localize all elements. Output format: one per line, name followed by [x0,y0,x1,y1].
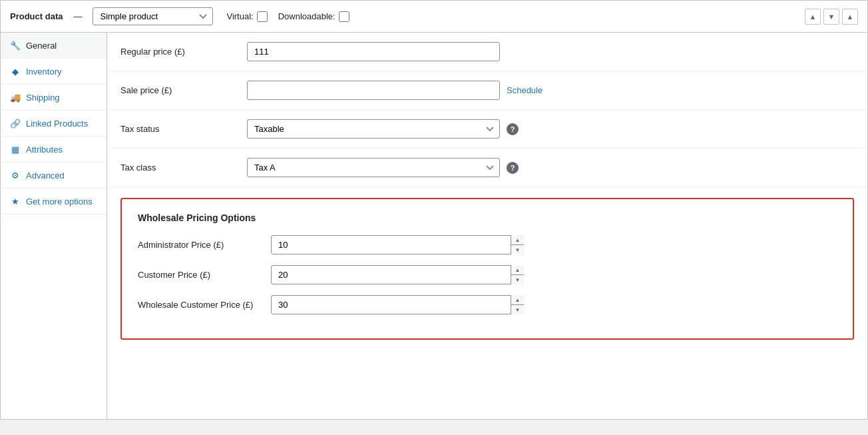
collapse-toggle-button[interactable]: ▲ [842,9,858,25]
virtual-checkbox-label: Virtual: [226,11,267,22]
header-arrows: ▲ ▼ ▲ [805,9,858,25]
tax-status-label: Tax status [120,124,247,134]
sale-price-label: Sale price (£) [120,85,247,95]
schedule-link[interactable]: Schedule [507,85,542,95]
star-icon: ★ [10,196,21,207]
sidebar-label-inventory: Inventory [26,67,61,77]
sale-price-input[interactable] [247,81,500,100]
sidebar-label-get-more-options: Get more options [26,197,93,207]
product-type-select[interactable]: Simple product Variable product Grouped … [93,7,213,25]
panel-title: Product data [10,11,63,21]
sale-price-row: Sale price (£) Schedule [107,71,867,110]
sidebar-label-advanced: Advanced [26,171,65,181]
customer-price-spinner: ▲ ▼ [511,265,524,284]
customer-price-up-button[interactable]: ▲ [511,265,524,275]
virtual-label: Virtual: [226,11,253,21]
tax-class-select[interactable]: Standard Reduced rate Zero rate Tax A [247,158,500,177]
collapse-up-button[interactable]: ▲ [805,9,821,25]
customer-price-label: Customer Price (£) [138,270,271,280]
tax-class-field: Standard Reduced rate Zero rate Tax A ? [247,158,854,177]
admin-price-down-button[interactable]: ▼ [511,245,524,254]
collapse-down-button[interactable]: ▼ [823,9,839,25]
downloadable-checkbox[interactable] [339,11,349,22]
truck-icon: 🚚 [10,92,21,103]
customer-price-wrap: ▲ ▼ [271,265,524,284]
downloadable-label: Downloadable: [278,11,335,21]
tax-status-field: Taxable Shipping only None ? [247,119,854,139]
wholesale-customer-price-input[interactable] [271,295,524,314]
sidebar: 🔧 General ◆ Inventory 🚚 Shipping 🔗 Linke… [1,33,107,419]
sidebar-item-inventory[interactable]: ◆ Inventory [1,59,107,85]
grid-icon: ▦ [10,144,21,155]
tax-class-row: Tax class Standard Reduced rate Zero rat… [107,149,867,187]
tax-class-label: Tax class [120,163,247,173]
regular-price-input[interactable] [247,42,500,61]
customer-price-input[interactable] [271,265,524,284]
virtual-checkbox[interactable] [257,11,268,22]
admin-price-wrap: ▲ ▼ [271,235,524,254]
panel-header: Product data — Simple product Variable p… [1,1,867,33]
wholesale-section-title: Wholesale Pricing Options [138,213,837,223]
customer-price-down-button[interactable]: ▼ [511,275,524,284]
admin-price-label: Administrator Price (£) [138,240,271,250]
sidebar-item-advanced[interactable]: ⚙ Advanced [1,163,107,189]
header-checkboxes: Virtual: Downloadable: [226,11,349,22]
customer-price-row: Customer Price (£) ▲ ▼ [138,265,837,284]
sidebar-item-shipping[interactable]: 🚚 Shipping [1,85,107,111]
panel-dash: — [73,11,82,21]
regular-price-field [247,42,854,61]
sale-price-field: Schedule [247,81,854,100]
tax-status-row: Tax status Taxable Shipping only None ? [107,110,867,149]
content-area: Regular price (£) Sale price (£) Schedul… [107,33,867,419]
link-icon: 🔗 [10,118,21,129]
regular-price-label: Regular price (£) [120,47,247,57]
sidebar-item-get-more-options[interactable]: ★ Get more options [1,189,107,215]
wholesale-customer-price-up-button[interactable]: ▲ [511,295,524,305]
wholesale-customer-price-wrap: ▲ ▼ [271,295,524,314]
admin-price-input[interactable] [271,235,524,254]
product-data-panel: Product data — Simple product Variable p… [0,0,868,420]
wholesale-customer-price-row: Wholesale Customer Price (£) ▲ ▼ [138,295,837,314]
sidebar-label-linked-products: Linked Products [26,119,88,129]
wrench-icon: 🔧 [10,40,21,51]
admin-price-row: Administrator Price (£) ▲ ▼ [138,235,837,254]
wholesale-customer-price-spinner: ▲ ▼ [511,295,524,314]
sidebar-label-general: General [26,41,57,51]
tax-status-help-icon: ? [507,123,519,135]
wholesale-customer-price-down-button[interactable]: ▼ [511,305,524,314]
wholesale-section: Wholesale Pricing Options Administrator … [120,198,854,340]
regular-price-row: Regular price (£) [107,33,867,71]
sidebar-label-attributes: Attributes [26,145,63,155]
sidebar-item-general[interactable]: 🔧 General [1,33,107,59]
wholesale-customer-price-label: Wholesale Customer Price (£) [138,300,271,310]
sidebar-label-shipping: Shipping [26,93,60,103]
admin-price-up-button[interactable]: ▲ [511,235,524,245]
admin-price-spinner: ▲ ▼ [511,235,524,254]
gear-icon: ⚙ [10,170,21,181]
panel-body: 🔧 General ◆ Inventory 🚚 Shipping 🔗 Linke… [1,33,867,419]
tax-status-select[interactable]: Taxable Shipping only None [247,119,500,139]
downloadable-checkbox-label: Downloadable: [278,11,349,22]
tax-class-help-icon: ? [507,162,519,174]
inventory-icon: ◆ [10,66,21,77]
sidebar-item-linked-products[interactable]: 🔗 Linked Products [1,111,107,137]
sidebar-item-attributes[interactable]: ▦ Attributes [1,137,107,163]
